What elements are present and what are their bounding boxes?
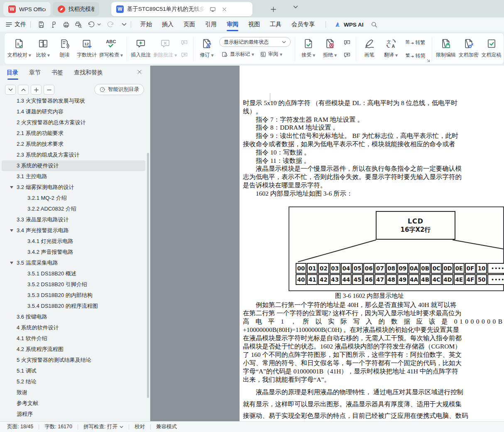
sidebar-scrollbar[interactable]	[147, 153, 149, 398]
menu-item-开始[interactable]: 开始	[135, 17, 157, 32]
group-expand-icon[interactable]	[426, 58, 430, 62]
expand-triangle-icon[interactable]	[10, 229, 13, 232]
spell-check-status[interactable]: 拼写检查: 打开	[83, 423, 123, 430]
track-changes-button[interactable]: 修订▾	[196, 35, 218, 63]
read-aloud-button[interactable]: 朗读	[54, 35, 76, 63]
toc-item[interactable]: 4 系统的软件设计	[2, 322, 145, 333]
toc-item[interactable]: 2.1 系统的功能要求	[2, 128, 145, 139]
previous-comment-button[interactable]	[179, 38, 190, 47]
toc-item[interactable]: 3.2 烟雾探测电路的设计	[2, 182, 145, 193]
wps-ai-button[interactable]: WPS AI	[334, 21, 364, 28]
toc-item-label: 3.4 声光报警提示电路	[17, 227, 69, 234]
proofread-status[interactable]: 校对	[135, 423, 145, 430]
toc-item[interactable]: 1.4 课题的研究内容	[2, 106, 145, 117]
to-simplified-button[interactable]: 繁 转简	[404, 51, 428, 61]
menu-item-会员专享[interactable]: 会员专享	[286, 17, 320, 32]
menu-item-引用[interactable]: 引用	[200, 17, 222, 32]
toc-item[interactable]: 3 系统的硬件设计	[2, 160, 145, 171]
toc-item[interactable]: 3.5 温度采集电路	[2, 258, 145, 268]
finalize-button[interactable]: 文档定稿	[480, 35, 503, 63]
toc-item[interactable]: 3.4 声光报警提示电路	[2, 225, 145, 236]
translate-button[interactable]: 文A 翻译▾	[380, 35, 402, 63]
accept-button[interactable]: 接受▾	[298, 35, 319, 63]
menu-item-视图[interactable]: 视图	[243, 17, 265, 32]
toc-item[interactable]: 2.2 系统的技术要求	[2, 139, 145, 150]
toc-item[interactable]: 2.3 系统的组成及方案设计	[2, 150, 145, 160]
next-comment-button[interactable]	[179, 51, 190, 60]
proofread-button[interactable]: a 文档校对▾	[6, 35, 32, 63]
toc-item[interactable]: 1.3 火灾报警器的发展与现状	[2, 96, 145, 106]
tab-wps-office[interactable]: W WPS Office	[3, 2, 51, 16]
toc-item[interactable]: 3.1 主控电路	[2, 171, 145, 182]
toc-item[interactable]: 3.5.1 DS18B20 概述	[2, 268, 145, 279]
sidebar-tab-查找和替换[interactable]: 查找和替换	[74, 69, 103, 80]
encrypt-button[interactable]: 文档加密	[457, 35, 480, 63]
toc-item[interactable]: 3.5.2 DS18B20 引脚介绍	[2, 279, 145, 290]
delete-comment-button[interactable]: 删除批注▾	[152, 35, 179, 63]
toc-item[interactable]: 3.3 液晶显示电路设计	[2, 214, 145, 225]
previous-change-button[interactable]	[342, 38, 352, 47]
toc-item[interactable]: 5.1 调试	[2, 366, 145, 376]
toc-zoom-in-button[interactable]	[31, 85, 42, 95]
presentation-mode-icon[interactable]	[208, 5, 217, 13]
toc-item[interactable]: 5 火灾报警器的测试结果及结论	[2, 355, 145, 366]
toc-item[interactable]: 3.5.3 DS18B20 的内部结构	[2, 290, 145, 301]
menu-item-插入[interactable]: 插入	[157, 17, 179, 32]
insert-comment-button[interactable]: 插入批注	[130, 35, 152, 63]
save-button[interactable]	[36, 20, 46, 29]
word-count-button[interactable]: 12 字数统计	[76, 35, 98, 63]
toc-item[interactable]: 3.4.2 声音报警电路	[2, 247, 145, 258]
menu-item-页面[interactable]: 页面	[179, 17, 200, 32]
toc-item[interactable]: 3.6 按键电路	[2, 312, 145, 322]
redo-button[interactable]	[105, 20, 116, 29]
toc-item[interactable]: 3.2.2 ADC0832 介绍	[2, 204, 145, 214]
file-menu[interactable]: 文件	[6, 21, 26, 28]
toc-item[interactable]: 3.5.4 DS18B20 的程序流程图	[2, 301, 145, 312]
restrict-edit-button[interactable]: 限制编辑	[434, 35, 457, 63]
compare-button[interactable]: 比较▾	[32, 35, 54, 63]
sidebar-tab-书签[interactable]: 书签	[51, 69, 63, 80]
show-markup-button[interactable]: 显示标记▾	[219, 49, 256, 59]
new-tab-button[interactable]	[268, 4, 279, 15]
toc-item[interactable]: 4.2 系统程序流程图	[2, 344, 145, 355]
expand-triangle-icon[interactable]	[10, 262, 13, 264]
expand-triangle-icon[interactable]	[10, 186, 13, 189]
reject-button[interactable]: 拒绝▾	[319, 35, 341, 63]
toc-item[interactable]: 致谢	[2, 387, 145, 398]
tab-document[interactable]: W 基于STC89C51单片机的无线多	[111, 2, 252, 16]
close-icon[interactable]	[220, 5, 228, 13]
toc-item[interactable]: 4.1 软件介绍	[2, 333, 145, 344]
sidebar-tab-目录[interactable]: 目录	[7, 69, 18, 80]
spell-check-button[interactable]: ABC 拼写检查▾	[98, 35, 124, 63]
print-preview-button[interactable]	[73, 20, 84, 29]
menu-item-审阅[interactable]: 审阅	[222, 17, 243, 32]
toc-item[interactable]: 5.2 结论	[2, 376, 145, 387]
undo-button[interactable]	[86, 20, 96, 29]
to-traditional-button[interactable]: 简 转繁	[404, 38, 428, 47]
page-indicator[interactable]: 页面: 18/45	[7, 423, 33, 430]
toc-item[interactable]: 3.4.1 灯光提示电路	[2, 236, 145, 247]
toc-item[interactable]: 2 火灾报警器的总体方案设计	[2, 117, 145, 128]
tab-docer-templates[interactable]: 找稻壳模板	[53, 2, 99, 16]
smart-toc-button[interactable]: 智能识别目录	[94, 84, 144, 95]
tab-list-chevron-icon[interactable]	[293, 5, 298, 9]
print-button[interactable]	[61, 20, 71, 29]
next-change-button[interactable]	[342, 51, 352, 60]
pen-button[interactable]: 画笔	[359, 35, 380, 63]
markup-state-dropdown[interactable]: 显示标记的最终状态	[219, 37, 291, 47]
toc-item[interactable]: 源程序	[2, 409, 145, 419]
toc-item[interactable]: 3.2.1 MQ-2 介绍	[2, 193, 145, 204]
word-count-indicator[interactable]: 字数: 16170	[44, 423, 72, 430]
toc-expand-all-button[interactable]	[5, 85, 16, 95]
undo-options-chevron-icon[interactable]	[97, 23, 101, 26]
toc-collapse-all-button[interactable]	[18, 85, 29, 95]
sidebar-close-icon[interactable]	[137, 69, 142, 75]
sidebar-tab-章节[interactable]: 章节	[29, 69, 41, 80]
toc-zoom-out-button[interactable]	[44, 85, 54, 95]
menu-item-工具[interactable]: 工具	[265, 17, 286, 32]
quick-toolbar-chevron-icon[interactable]	[122, 23, 127, 26]
review-button[interactable]: 审阅▾	[258, 49, 284, 59]
search-icon[interactable]	[369, 20, 379, 29]
toc-item[interactable]: 参考文献	[2, 398, 145, 409]
export-pdf-button[interactable]	[48, 20, 59, 29]
